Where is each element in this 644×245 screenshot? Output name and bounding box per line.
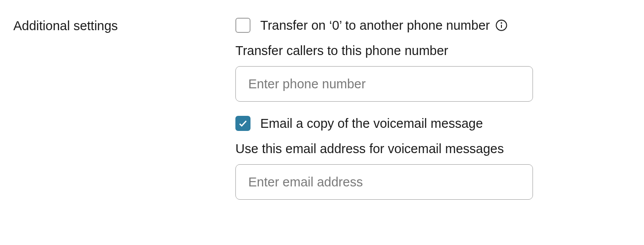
transfer-field-group: Transfer on ‘0’ to another phone number … [235, 18, 582, 102]
email-copy-checkbox[interactable] [235, 116, 250, 131]
check-icon [238, 119, 248, 128]
transfer-phone-input[interactable] [235, 66, 533, 102]
transfer-checkbox-label: Transfer on ‘0’ to another phone number [260, 18, 490, 33]
email-address-input[interactable] [235, 164, 533, 200]
section-title: Additional settings [13, 19, 235, 33]
email-copy-field-group: Email a copy of the voicemail message Us… [235, 116, 582, 200]
transfer-checkbox[interactable] [235, 18, 250, 33]
transfer-checkbox-row: Transfer on ‘0’ to another phone number [235, 18, 582, 33]
fields-column: Transfer on ‘0’ to another phone number … [235, 18, 582, 214]
email-copy-sub-label: Use this email address for voicemail mes… [235, 142, 582, 156]
transfer-sub-label: Transfer callers to this phone number [235, 43, 582, 58]
transfer-checkbox-label-wrapper: Transfer on ‘0’ to another phone number [260, 18, 508, 33]
svg-point-2 [501, 23, 501, 23]
info-icon[interactable] [495, 19, 508, 32]
additional-settings-section: Additional settings Transfer on ‘0’ to a… [13, 18, 631, 214]
section-label-column: Additional settings [13, 18, 235, 33]
email-copy-checkbox-row: Email a copy of the voicemail message [235, 116, 582, 131]
email-copy-checkbox-label: Email a copy of the voicemail message [260, 116, 483, 131]
email-copy-checkbox-label-wrapper: Email a copy of the voicemail message [260, 116, 483, 131]
